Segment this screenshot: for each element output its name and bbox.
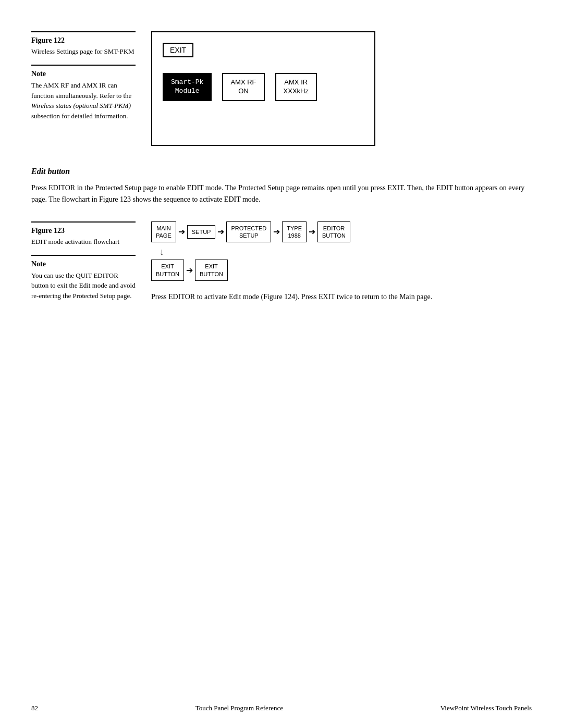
arrow-2: ➔ — [217, 228, 224, 236]
down-arrow: ↓ — [160, 246, 164, 257]
amx-ir-box: AMX IR XXXkHz — [275, 73, 317, 101]
smart-pk-line1: Smart-Pk — [171, 78, 203, 86]
flowchart-row-2: EXITBUTTON ➔ EXITBUTTON — [151, 260, 532, 281]
figure-123-section: Figure 123 EDIT mode activation flowchar… — [31, 221, 136, 246]
figure-122-label: Figure 122 — [31, 36, 136, 45]
footer-page-number: 82 — [31, 704, 38, 712]
figure-123-label: Figure 123 — [31, 227, 136, 235]
note-1-text-start: The AMX RF and AMX IR can function simul… — [31, 81, 131, 100]
fc-protected-setup: PROTECTEDSETUP — [226, 221, 271, 243]
note-2-label: Note — [31, 260, 136, 268]
smart-pk-box: Smart-Pk Module — [163, 73, 212, 101]
note-1-text-end: subsection for detailed information. — [31, 112, 128, 120]
figure-122-section: Figure 122 Wireless Settings page for SM… — [31, 31, 136, 56]
down-arrow-container: ↓ — [160, 246, 532, 257]
note-1-text-italic: Wireless status (optional SMT-PKM) — [31, 102, 131, 109]
press-editor-text: Press EDITOR to activate Edit mode (Figu… — [151, 291, 532, 303]
arrow-5: ➔ — [186, 266, 193, 275]
fc-main-page: MAINPAGE — [151, 221, 176, 243]
amx-rf-box: AMX RF ON — [222, 73, 264, 101]
edit-button-section: Edit button Press EDITOR in the Protecte… — [31, 167, 532, 206]
footer-center-text: Touch Panel Program Reference — [195, 704, 283, 712]
amx-rf-line1: AMX RF — [230, 78, 256, 86]
fc-type-1988: TYPE1988 — [282, 221, 307, 243]
amx-rf-line2: ON — [238, 87, 249, 95]
wireless-diagram: EXIT Smart-Pk Module AMX RF ON AMX IR XX… — [151, 31, 375, 146]
figure-122-caption: Wireless Settings page for SMT-PKM — [31, 47, 136, 56]
footer-right-text: ViewPoint Wireless Touch Panels — [440, 704, 532, 712]
smart-pk-line2: Module — [175, 87, 200, 95]
fc-editor-button: EDITORBUTTON — [317, 221, 350, 243]
edit-button-title: Edit button — [31, 167, 532, 176]
note-1-text: The AMX RF and AMX IR can function simul… — [31, 80, 136, 121]
amx-ir-line2: XXXkHz — [284, 87, 309, 95]
module-row: Smart-Pk Module AMX RF ON AMX IR XXXkHz — [163, 73, 364, 101]
flowchart: MAINPAGE ➔ SETUP ➔ PROTECTEDSETUP ➔ TYPE… — [151, 221, 532, 281]
note-2-section: Note You can use the QUIT EDITOR button … — [31, 260, 136, 301]
separator — [31, 255, 136, 256]
arrow-3: ➔ — [273, 228, 280, 236]
right-column-figure123: MAINPAGE ➔ SETUP ➔ PROTECTEDSETUP ➔ TYPE… — [151, 221, 532, 312]
edit-button-body: Press EDITOR in the Protected Setup page… — [31, 182, 532, 206]
page-footer: 82 Touch Panel Program Reference ViewPoi… — [31, 704, 532, 712]
arrow-4: ➔ — [309, 228, 315, 236]
amx-ir-line1: AMX IR — [284, 78, 308, 86]
flowchart-row-1: MAINPAGE ➔ SETUP ➔ PROTECTEDSETUP ➔ TYPE… — [151, 221, 532, 243]
fc-exit-button-2: EXITBUTTON — [195, 260, 228, 281]
fc-setup: SETUP — [187, 225, 216, 239]
figure-123-area: Figure 123 EDIT mode activation flowchar… — [31, 221, 532, 312]
figure-123-caption: EDIT mode activation flowchart — [31, 237, 136, 246]
arrow-1: ➔ — [178, 228, 185, 236]
exit-button-box: EXIT — [163, 43, 193, 57]
note-1-section: Note The AMX RF and AMX IR can function … — [31, 65, 136, 121]
note-2-text: You can use the QUIT EDITOR button to ex… — [31, 270, 136, 301]
note-1-label: Note — [31, 70, 136, 78]
fc-exit-button-1: EXITBUTTON — [151, 260, 184, 281]
